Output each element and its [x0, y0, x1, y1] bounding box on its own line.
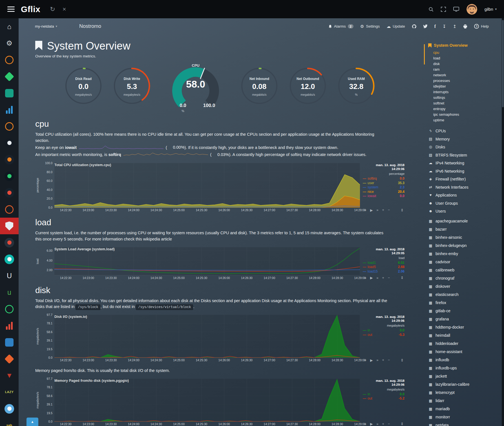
- settings-button[interactable]: ⚙Settings: [360, 24, 380, 28]
- sidebar-app-app-green-bolt[interactable]: [0, 168, 19, 184]
- toc-container-mariadb[interactable]: ▦mariadb: [428, 405, 502, 413]
- sidebar-app-app-multicolor[interactable]: [0, 184, 19, 201]
- chart-toolbar-button[interactable]: +: [382, 358, 384, 362]
- sidebar-app-app-red-cluster[interactable]: [0, 234, 19, 251]
- toc-item-network[interactable]: network: [428, 72, 502, 78]
- toc-container-cadvisor[interactable]: ▦cadvisor: [428, 258, 502, 266]
- chart-toolbar-button[interactable]: +: [382, 208, 384, 212]
- toc-container-binhex-delugevpn[interactable]: ▦binhex-delugevpn: [428, 242, 502, 250]
- legend-item-in[interactable]: —in0.0: [363, 328, 404, 333]
- chart-plot[interactable]: [54, 247, 360, 275]
- toc-container-elasticsearch[interactable]: ▦elasticsearch: [428, 291, 502, 299]
- chart-toolbar-button[interactable]: +: [382, 276, 384, 280]
- toc-section-applications[interactable]: ♥Applications: [428, 191, 502, 199]
- search-icon[interactable]: [428, 7, 434, 12]
- avatar[interactable]: [467, 4, 477, 15]
- toc-item-system-overview[interactable]: System Overview: [428, 42, 502, 49]
- sidebar-app-app-blue-drop[interactable]: [0, 400, 19, 417]
- menu-icon[interactable]: [7, 6, 15, 12]
- toc-section-user-groups[interactable]: ☻User Groups: [428, 199, 502, 208]
- toc-section-disks[interactable]: ◎Disks: [428, 143, 502, 151]
- chart-toolbar-button[interactable]: −: [388, 208, 390, 212]
- sidebar-app-app-teal-tiles[interactable]: [0, 85, 19, 101]
- toc-container-gitlab-ce[interactable]: ▦gitlab-ce: [428, 307, 502, 315]
- sidebar-app-app-orange-fox[interactable]: [0, 351, 19, 367]
- toc-container-hiddenloader[interactable]: ▦hiddenloader: [428, 340, 502, 348]
- chart-toolbar-button[interactable]: −: [388, 276, 390, 280]
- toc-container-jackett[interactable]: ▦jackett: [428, 372, 502, 380]
- facebook-icon[interactable]: f: [434, 24, 436, 29]
- sidebar-app-app-sab[interactable]: sab: [0, 417, 19, 426]
- toc-item-processes[interactable]: processes: [428, 78, 502, 84]
- toc-section-firewall-netfilter-[interactable]: ◈Firewall (netfilter): [428, 175, 502, 183]
- toc-item-ram[interactable]: ram: [428, 67, 502, 72]
- gauge-net-outbound[interactable]: Net Outbound12.0megabits/s: [287, 64, 329, 111]
- gauge-net-inbound[interactable]: Net Inbound0.08megabits/s: [238, 64, 280, 111]
- toc-container-lazylibrarian-calibre[interactable]: ▦lazylibrarian-calibre: [428, 380, 502, 389]
- toc-container-apacheguacamole[interactable]: ▦apacheguacamole: [428, 217, 502, 225]
- legend-item-system[interactable]: —system2.3: [363, 185, 404, 190]
- sidebar-app-app-green-diamond[interactable]: [0, 68, 19, 85]
- chart-toolbar-button[interactable]: +: [382, 422, 384, 426]
- toc-section-ipv4-networking[interactable]: ☁IPv4 Networking: [428, 159, 502, 167]
- sidebar-app-home[interactable]: ⌂: [0, 18, 19, 35]
- chart-resize-handle[interactable]: ⇕: [401, 208, 404, 212]
- toc-section-memory[interactable]: ▤Memory: [428, 135, 502, 143]
- toc-container-influxdb[interactable]: ▦influxdb: [428, 356, 502, 364]
- toc-item-ipc-semaphores[interactable]: ipc semaphores: [428, 112, 502, 117]
- download-icon[interactable]: ↧: [443, 24, 446, 28]
- toc-container-monitorr[interactable]: ▦monitorr: [428, 413, 502, 421]
- toc-container-netdata[interactable]: ▦netdata: [428, 421, 502, 426]
- toc-item-entropy[interactable]: entropy: [428, 106, 502, 112]
- chart-toolbar-button[interactable]: −: [388, 358, 390, 362]
- app-title[interactable]: Gflix: [21, 5, 40, 14]
- chart-toolbar-button[interactable]: »: [377, 276, 379, 280]
- chart-toolbar-button[interactable]: »: [377, 422, 379, 426]
- sidebar-app-app-lazy[interactable]: LAZY: [0, 384, 19, 400]
- sidebar-app-app-orange-search[interactable]: [0, 118, 19, 135]
- toc-container-grafana[interactable]: ▦grafana: [428, 315, 502, 323]
- gauge-disk-read[interactable]: Disk Read0.0megabytes/s: [62, 64, 105, 111]
- sidebar-app-app-red-shield[interactable]: [0, 218, 19, 234]
- legend-item-load5[interactable]: —load52.68: [363, 265, 404, 269]
- toc-item-load[interactable]: load: [428, 55, 502, 61]
- chart-toolbar-button[interactable]: »: [377, 358, 379, 362]
- chart-toolbar-button[interactable]: ▶: [370, 358, 373, 362]
- legend-item-load1[interactable]: —load16.51: [363, 261, 404, 265]
- sidebar-app-app-teal-dot[interactable]: [0, 251, 19, 267]
- legend-item-in[interactable]: —in0.0: [363, 392, 404, 397]
- page-scrollbar[interactable]: [502, 18, 504, 426]
- close-icon[interactable]: ×: [63, 6, 66, 12]
- sidebar-app-app-green-u[interactable]: u: [0, 284, 19, 301]
- sidebar-app-app-blue-box[interactable]: [0, 334, 19, 351]
- toc-container-binhex-emby[interactable]: ▦binhex-emby: [428, 250, 502, 258]
- sidebar-app-app-red-green-eq[interactable]: [0, 317, 19, 334]
- sidebar-app-settings[interactable]: ⚙: [0, 35, 19, 52]
- sidebar-app-app-green-rings[interactable]: [0, 301, 19, 317]
- gauge-cpu[interactable]: CPU58.00.0100.0%: [163, 61, 228, 115]
- chart-resize-handle[interactable]: ⇕: [401, 358, 404, 362]
- toc-item-disk[interactable]: disk: [428, 61, 502, 67]
- chart-resize-handle[interactable]: ⇕: [401, 422, 404, 426]
- toc-section-btrfs-filesystem[interactable]: ▧BTRFS filesystem: [428, 151, 502, 159]
- help-button[interactable]: ?Help: [474, 24, 489, 29]
- legend-item-out[interactable]: —out-5.2: [363, 396, 404, 401]
- toc-container-hddtemp-docker[interactable]: ▦hddtemp-docker: [428, 323, 502, 331]
- user-menu[interactable]: gilbn▾: [485, 7, 497, 12]
- chart-toolbar-button[interactable]: ▶: [370, 422, 373, 426]
- legend-item-softirq[interactable]: —softirq0.0: [363, 177, 404, 181]
- display-icon[interactable]: [453, 7, 459, 12]
- refresh-icon[interactable]: ↻: [50, 6, 55, 12]
- gauge-disk-write[interactable]: Disk Write5.3megabytes/s: [111, 64, 153, 111]
- twitter-icon[interactable]: [423, 24, 428, 28]
- fullscreen-icon[interactable]: [441, 7, 446, 12]
- toc-container-chronograf[interactable]: ▦chronograf: [428, 274, 502, 282]
- sidebar-app-app-red-ring[interactable]: [0, 201, 19, 218]
- legend-item-load15[interactable]: —load152.06: [363, 269, 404, 274]
- toc-item-idlejitter[interactable]: idlejitter: [428, 84, 502, 89]
- toc-container-calibreweb[interactable]: ▦calibreweb: [428, 266, 502, 274]
- scroll-top-button[interactable]: ▲: [26, 418, 38, 426]
- chart-plot[interactable]: [54, 379, 360, 421]
- sidebar-app-app-dark-badge[interactable]: [0, 135, 19, 151]
- github-icon[interactable]: [412, 24, 416, 29]
